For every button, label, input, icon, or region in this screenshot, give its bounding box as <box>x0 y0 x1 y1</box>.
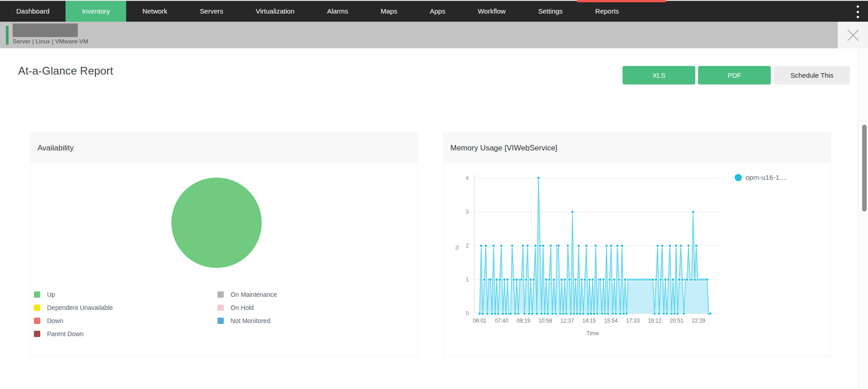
nav-item-dashboard[interactable]: Dashboard <box>0 1 66 22</box>
data-point-marker <box>613 278 616 281</box>
data-point-marker <box>557 244 560 247</box>
nav-list: DashboardInventoryNetworkServersVirtuali… <box>0 1 868 22</box>
data-point-marker <box>545 278 547 281</box>
data-point-marker <box>525 278 528 281</box>
legend-item-on-hold: On Hold <box>217 305 277 311</box>
x-tick-label: 10:58 <box>538 318 552 324</box>
pie-slice-up <box>171 178 262 268</box>
y-tick-label: 4 <box>466 175 469 181</box>
data-point-marker <box>481 312 484 315</box>
data-point-marker <box>571 211 574 213</box>
legend-label: Parent Down <box>47 330 84 337</box>
data-point-marker <box>579 312 581 315</box>
breadcrumb: Server | Linux | VMware-VM <box>13 38 88 45</box>
data-point-marker <box>551 312 554 315</box>
data-point-marker <box>594 244 597 247</box>
y-tick-label: 3 <box>466 209 469 215</box>
data-point-marker <box>605 244 608 247</box>
nav-item-settings[interactable]: Settings <box>522 1 579 22</box>
scrollbar-track[interactable] <box>858 48 868 389</box>
x-tick-label: 15:54 <box>604 318 618 324</box>
data-point-marker <box>656 244 659 247</box>
scrollbar-thumb[interactable] <box>862 125 867 211</box>
legend-label: Up <box>47 291 55 298</box>
data-point-marker <box>618 278 620 281</box>
data-point-marker <box>570 312 572 315</box>
data-point-marker <box>547 312 549 315</box>
data-point-marker <box>593 312 595 315</box>
legend-swatch <box>34 291 40 298</box>
legend-swatch <box>34 318 40 324</box>
data-point-marker <box>665 312 668 315</box>
data-point-marker <box>622 312 625 315</box>
data-point-marker <box>608 278 611 281</box>
data-point-marker <box>687 244 690 247</box>
nav-item-alarms[interactable]: Alarms <box>311 1 364 22</box>
data-point-marker <box>500 244 503 247</box>
legend-item-not-monitored: Not Monitored <box>217 318 277 324</box>
kebab-menu-icon[interactable] <box>854 5 861 18</box>
nav-item-workflow[interactable]: Workflow <box>462 1 522 22</box>
data-point-marker <box>678 278 680 281</box>
series-legend-label: opm-u16-1.... <box>745 173 787 181</box>
data-point-marker <box>552 278 555 281</box>
data-point-marker <box>486 312 489 315</box>
schedule-this-button[interactable]: Schedule This <box>774 66 850 84</box>
nav-item-inventory[interactable]: Inventory <box>66 1 126 22</box>
data-point-marker <box>491 312 493 315</box>
close-button[interactable] <box>838 22 868 48</box>
nav-item-maps[interactable]: Maps <box>364 1 414 22</box>
data-point-marker <box>667 278 670 281</box>
x-tick-label: 20:51 <box>670 318 684 324</box>
data-point-marker <box>511 244 514 247</box>
memory-panel-header: Memory Usage [VIWebService] <box>443 133 830 163</box>
data-point-marker <box>591 278 594 281</box>
data-point-marker <box>573 312 576 315</box>
data-point-marker <box>624 278 627 281</box>
x-tick-label: 22:29 <box>692 318 705 324</box>
legend-swatch <box>217 291 224 298</box>
data-point-marker <box>607 312 609 315</box>
data-point-marker <box>489 278 492 281</box>
data-point-marker <box>611 312 614 315</box>
data-point-marker <box>625 312 628 315</box>
device-notice-bar: Server | Linux | VMware-VM <box>0 22 868 48</box>
legend-label: Not Monitored <box>231 317 270 324</box>
data-point-marker <box>672 278 675 281</box>
data-point-marker <box>549 244 552 247</box>
nav-item-network[interactable]: Network <box>126 1 184 22</box>
data-point-marker <box>695 244 698 247</box>
pdf-export-button[interactable]: PDF <box>698 66 771 84</box>
legend-label: Dependent Unavailable <box>47 304 113 311</box>
x-tick-label: 06:01 <box>473 318 486 324</box>
data-point-marker <box>542 244 544 247</box>
data-point-marker <box>587 312 590 315</box>
nav-item-apps[interactable]: Apps <box>414 1 462 22</box>
nav-item-virtualization[interactable]: Virtualization <box>240 1 311 22</box>
data-point-marker <box>562 312 565 315</box>
xls-export-button[interactable]: XLS <box>623 66 695 84</box>
data-point-marker <box>515 278 518 281</box>
data-point-marker <box>485 244 487 247</box>
y-tick-label: 0 <box>466 310 469 317</box>
top-navigation: DashboardInventoryNetworkServersVirtuali… <box>0 1 868 22</box>
data-point-marker <box>662 312 665 315</box>
data-point-marker <box>584 278 586 281</box>
x-tick-label: 09:19 <box>517 318 530 324</box>
y-tick-label: 2 <box>466 243 469 249</box>
nav-item-reports[interactable]: Reports <box>579 1 636 22</box>
data-point-marker <box>604 312 606 315</box>
data-point-marker <box>709 312 712 315</box>
data-point-marker <box>675 244 678 247</box>
data-point-marker <box>563 278 566 281</box>
data-point-marker <box>574 278 577 281</box>
data-point-marker <box>517 312 520 315</box>
availability-pie-chart <box>167 173 266 272</box>
data-point-marker <box>480 244 482 247</box>
data-point-marker <box>522 244 524 247</box>
data-point-marker <box>523 312 526 315</box>
legend-label: Down <box>47 317 63 324</box>
nav-item-servers[interactable]: Servers <box>184 1 240 22</box>
data-point-marker <box>503 278 506 281</box>
data-point-marker <box>506 278 509 281</box>
